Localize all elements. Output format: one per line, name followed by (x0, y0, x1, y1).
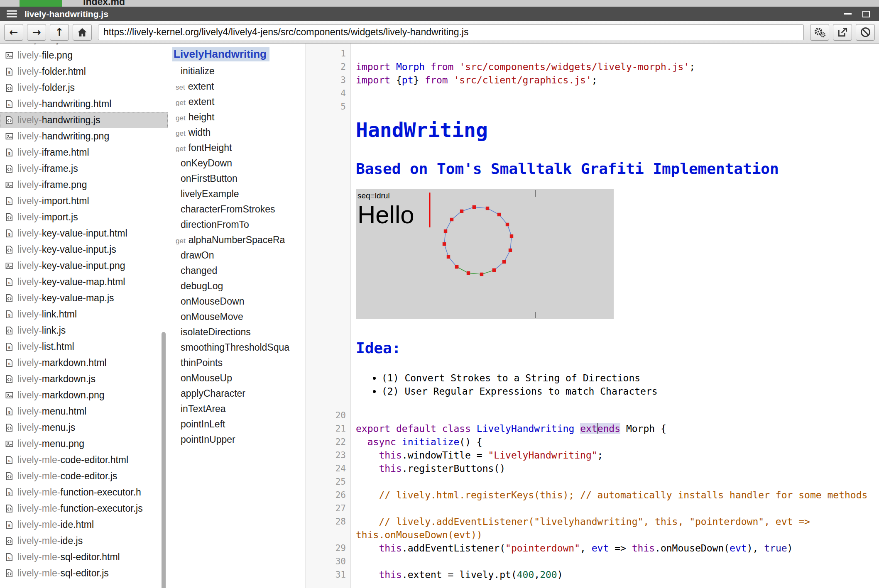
up-button[interactable]: ↑ (50, 24, 69, 41)
outline-method-onMouseMove[interactable]: onMouseMove (168, 309, 306, 324)
block-button[interactable] (856, 24, 875, 41)
outline-method-characterFromStrokes[interactable]: characterFromStrokes (168, 202, 306, 217)
outline-method-height[interactable]: getheight (168, 110, 306, 125)
file-item[interactable]: lively-file.png (0, 47, 168, 63)
outline-method-extent[interactable]: getextent (168, 94, 306, 110)
outline-method-inTextArea[interactable]: inTextArea (168, 401, 306, 417)
code-line-text: import {pt} from 'src/client/graphics.js… (351, 73, 879, 87)
accessor-kind-label: get (176, 114, 186, 122)
outline-method-drawOn[interactable]: drawOn (168, 248, 306, 263)
code-line[interactable]: 29 this.addEventListener("pointerdown", … (306, 542, 879, 555)
code-line[interactable]: 31 this.extent = lively.pt(400,200) (306, 568, 879, 581)
code-line[interactable]: 26 // lively.html.registerKeys(this); //… (306, 488, 879, 502)
file-list-scrollbar[interactable] (162, 332, 166, 588)
file-item[interactable]: lively-mle-ide.js (0, 533, 168, 549)
code-line[interactable]: 3import {pt} from 'src/client/graphics.j… (306, 73, 879, 87)
outline-method-applyCharacter[interactable]: applyCharacter (168, 386, 306, 401)
file-item[interactable]: lively-mle-function-executor.js (0, 500, 168, 517)
file-item[interactable]: lively-iframe.png (0, 177, 168, 193)
code-line[interactable]: 22 async initialize() { (306, 435, 879, 449)
js-file-icon (5, 245, 14, 254)
file-item[interactable]: 5lively-key-value-map.html (0, 274, 168, 290)
file-item[interactable]: lively-menu.png (0, 436, 168, 452)
outline-method-changed[interactable]: changed (168, 263, 306, 278)
html-file-icon: 5 (5, 278, 14, 286)
outline-method-alphaNumberSpaceRa[interactable]: getalphaNumberSpaceRa (168, 232, 306, 248)
outline-class-row[interactable]: LivelyHandwriting (168, 47, 306, 63)
code-editor[interactable]: 12import Morph from 'src/components/widg… (306, 44, 879, 588)
code-line[interactable]: 4 (306, 87, 879, 100)
file-item[interactable]: lively-menu.js (0, 420, 168, 436)
url-input[interactable] (98, 24, 804, 40)
file-item[interactable]: 5lively-handwriting.html (0, 96, 168, 112)
outline-method-width[interactable]: getwidth (168, 125, 306, 140)
file-item[interactable]: 5lively-iframe.html (0, 144, 168, 161)
home-button[interactable] (73, 24, 92, 41)
code-line[interactable]: 28 // lively.addEventListener("livelyhan… (306, 515, 879, 542)
file-item[interactable]: lively-folder.js (0, 80, 168, 96)
file-item[interactable]: 5lively-mle-function-executor.h (0, 484, 168, 500)
file-item[interactable]: 5lively-mle-ide.html (0, 517, 168, 533)
file-item[interactable]: lively-link.js (0, 322, 168, 339)
file-item[interactable]: 5lively-markdown.html (0, 355, 168, 371)
file-item[interactable]: 5lively-link.html (0, 306, 168, 322)
outline-method-fontHeight[interactable]: getfontHeight (168, 140, 306, 156)
outline-method-onMouseDown[interactable]: onMouseDown (168, 294, 306, 309)
file-item[interactable]: 5lively-menu.html (0, 403, 168, 420)
html-file-icon: 5 (5, 456, 14, 464)
outline-method-isolateDirections[interactable]: isolateDirections (168, 324, 306, 340)
outline-method-pointInUpper[interactable]: pointInUpper (168, 432, 306, 447)
file-item[interactable]: lively-markdown.png (0, 387, 168, 403)
outline-method-pointInLeft[interactable]: pointInLeft (168, 417, 306, 432)
code-line[interactable]: 2import Morph from 'src/components/widge… (306, 60, 879, 73)
code-line[interactable]: 25 (306, 475, 879, 488)
file-item[interactable]: 5lively-import.html (0, 193, 168, 209)
file-item[interactable]: 5lively-key-value-input.html (0, 225, 168, 242)
code-line[interactable]: 20 (306, 409, 879, 422)
code-line[interactable]: 5 (306, 100, 879, 113)
maximize-icon[interactable] (862, 11, 870, 17)
file-item[interactable]: lively-key-value-input.js (0, 242, 168, 258)
outline-method-extent[interactable]: setextent (168, 79, 306, 94)
outline-method-livelyExample[interactable]: livelyExample (168, 186, 306, 202)
forward-button[interactable]: → (27, 24, 46, 41)
file-item[interactable]: 5lively-list.html (0, 339, 168, 355)
open-external-button[interactable] (833, 24, 852, 41)
outline-method-debugLog[interactable]: debugLog (168, 278, 306, 294)
outline-method-smoothingThresholdSqua[interactable]: smoothingThresholdSqua (168, 340, 306, 355)
outline-method-thinPoints[interactable]: thinPoints (168, 355, 306, 371)
file-item[interactable]: lively-markdown.js (0, 371, 168, 387)
file-item[interactable]: lively-key-value-map.js (0, 290, 168, 306)
file-name: lively-folder.html (17, 66, 86, 77)
outline-method-onFirstButton[interactable]: onFirstButton (168, 171, 306, 186)
outline-method-directionFromTo[interactable]: directionFromTo (168, 217, 306, 232)
file-item[interactable]: lively-key-value-input.png (0, 258, 168, 274)
code-line[interactable]: 21export default class LivelyHandwriting… (306, 422, 879, 435)
file-item[interactable]: 5lively-folder.html (0, 63, 168, 80)
file-item[interactable]: lively-handwriting.png (0, 128, 168, 144)
code-line[interactable]: 30 (306, 555, 879, 568)
outline-method-initialize[interactable]: initialize (168, 63, 306, 79)
code-line[interactable]: 23 this.windowTitle = "LivelyHandwriting… (306, 449, 879, 462)
file-item[interactable]: lively-mle-code-editor.js (0, 468, 168, 484)
minimize-icon[interactable] (844, 13, 852, 15)
file-item[interactable]: lively-iframe.js (0, 161, 168, 177)
code-line[interactable]: 1 (306, 47, 879, 60)
file-item[interactable]: 5lively-mle-sql-editor.html (0, 549, 168, 565)
file-item[interactable]: lively-handwriting.js (0, 112, 168, 128)
svg-text:5: 5 (8, 523, 11, 528)
background-tab-index-md[interactable]: index.md (83, 0, 125, 7)
file-item[interactable]: 5lively-mle-code-editor.html (0, 452, 168, 468)
outline-method-onKeyDown[interactable]: onKeyDown (168, 156, 306, 171)
settings-button[interactable] (810, 24, 829, 41)
handwriting-canvas[interactable]: seq=ldrul Hello (356, 189, 614, 319)
file-item[interactable]: lively-file.js (0, 44, 168, 47)
code-line[interactable]: 27 (306, 502, 879, 515)
back-button[interactable]: ← (4, 24, 23, 41)
code-line[interactable]: 24 this.registerButtons() (306, 462, 879, 475)
outline-method-onMouseUp[interactable]: onMouseUp (168, 371, 306, 386)
file-item[interactable]: lively-import.js (0, 209, 168, 225)
file-item[interactable]: lively-mle-sql-editor.js (0, 565, 168, 581)
menu-icon[interactable] (7, 10, 17, 17)
file-name: lively-key-value-map.js (17, 293, 114, 304)
